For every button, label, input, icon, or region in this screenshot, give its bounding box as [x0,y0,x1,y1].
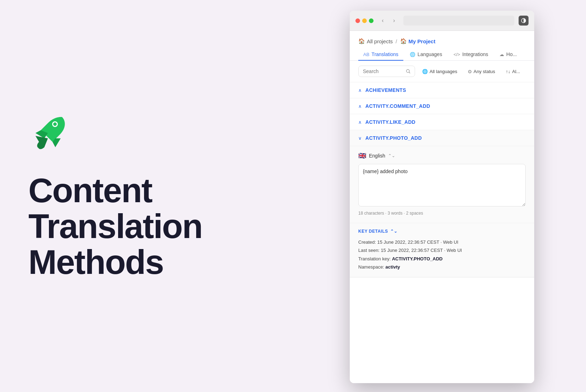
all-languages-filter[interactable]: 🌐 All languages [419,67,461,76]
chevron-icon: ∧ [358,104,362,109]
language-name: English [369,153,385,159]
key-row-achievements[interactable]: ∧ ACHIEVEMENTS [350,82,534,98]
rocket-icon [28,112,71,154]
key-details-section: KEY DETAILS ⌃⌄ Created: 15 June 2022, 22… [350,223,534,277]
translation-textarea[interactable]: {name} added photo [358,164,526,206]
logo-container [28,112,262,156]
key-row-like-add[interactable]: ∧ ACTIVITY.LIKE_ADD [350,114,534,130]
key-details-content: Created: 15 June 2022, 22:36:57 CEST · W… [358,238,526,271]
back-button[interactable]: ‹ [378,16,388,26]
key-details-label: KEY DETAILS [358,229,388,234]
namespace-row: Namespace: activty [358,263,526,271]
key-name-photo-add: ACTIVITY.PHOTO_ADD [365,135,422,141]
keys-list: ∧ ACHIEVEMENTS ∧ ACTIVITY.COMMENT_ADD ∧ … [350,82,534,277]
svg-point-1 [53,122,57,126]
chevron-down-icon: ∨ [358,136,362,141]
language-toggle[interactable]: ⌃⌄ [388,153,395,158]
right-panel: ‹ › 🏠 All projects / 🏠 [291,0,586,392]
home-icon: 🏠 [358,38,365,44]
browser-chrome: ‹ › [350,11,534,31]
traffic-lights [355,18,374,23]
integrations-icon: </> [453,52,460,57]
language-label: 🇬🇧 English ⌃⌄ [358,152,526,160]
browser-content[interactable]: 🏠 All projects / 🏠 My Project AB Transla… [350,31,534,383]
chevron-icon: ∧ [358,120,362,125]
theme-toggle-button[interactable] [519,16,529,26]
theme-icon [521,18,526,23]
tabs-bar: AB Translations 🌐 Languages </> Integrat… [350,44,534,61]
key-name-comment-add: ACTIVITY.COMMENT_ADD [365,103,430,109]
tab-translations[interactable]: AB Translations [358,49,403,61]
left-panel: Content Translation Methods [0,0,291,392]
flag-icon: 🇬🇧 [358,152,366,160]
languages-icon: 🌐 [410,52,415,57]
globe-icon: 🌐 [422,69,428,74]
headline: Content Translation Methods [28,173,262,280]
key-row-comment-add[interactable]: ∧ ACTIVITY.COMMENT_ADD [350,98,534,114]
search-row: 🌐 All languages ⊙ Any status ↑↓ Al... [350,61,534,82]
char-count: 18 characters · 3 words · 2 spaces [358,211,526,216]
key-row-photo-add[interactable]: ∨ ACTIVITY.PHOTO_ADD [350,130,534,146]
project-emoji: 🏠 [400,38,407,44]
close-button[interactable] [355,18,360,23]
search-box[interactable] [358,66,415,77]
translations-icon: AB [363,52,369,57]
forward-button[interactable]: › [389,16,399,26]
more-filter[interactable]: ↑↓ Al... [502,67,524,76]
search-input[interactable] [363,68,403,74]
all-projects-link[interactable]: 🏠 All projects [358,38,393,44]
key-expanded-photo-add: ∨ ACTIVITY.PHOTO_ADD 🇬🇧 English ⌃⌄ {name… [350,130,534,277]
project-link[interactable]: 🏠 My Project [400,38,436,44]
tab-languages[interactable]: 🌐 Languages [405,49,447,61]
created-date: Created: 15 June 2022, 22:36:57 CEST · W… [358,238,526,246]
breadcrumb-separator: / [396,38,397,44]
filter-icon: ↑↓ [506,69,510,74]
nav-buttons: ‹ › [378,16,399,26]
hosting-icon: ☁ [499,52,504,57]
browser-window: ‹ › 🏠 All projects / 🏠 [350,11,534,383]
maximize-button[interactable] [369,18,374,23]
chevron-icon: ∧ [358,88,362,93]
key-details-toggle-icon: ⌃⌄ [390,229,398,234]
last-seen-date: Last seen: 15 June 2022, 22:36:57 CEST ·… [358,246,526,254]
minimize-button[interactable] [362,18,367,23]
translation-key-row: Translation key: ACTIVITY.PHOTO_ADD [358,255,526,263]
address-bar[interactable] [403,16,514,26]
language-editor: 🇬🇧 English ⌃⌄ {name} added photo 18 char… [350,146,534,223]
status-icon: ⊙ [468,69,472,74]
search-icon [406,68,410,74]
key-details-header[interactable]: KEY DETAILS ⌃⌄ [358,229,526,234]
tab-hosting[interactable]: ☁ Ho... [494,49,522,61]
key-name-like-add: ACTIVITY.LIKE_ADD [365,119,415,125]
breadcrumb: 🏠 All projects / 🏠 My Project [350,31,534,44]
tab-integrations[interactable]: </> Integrations [448,49,493,61]
any-status-filter[interactable]: ⊙ Any status [464,67,499,76]
key-name-achievements: ACHIEVEMENTS [365,87,406,93]
